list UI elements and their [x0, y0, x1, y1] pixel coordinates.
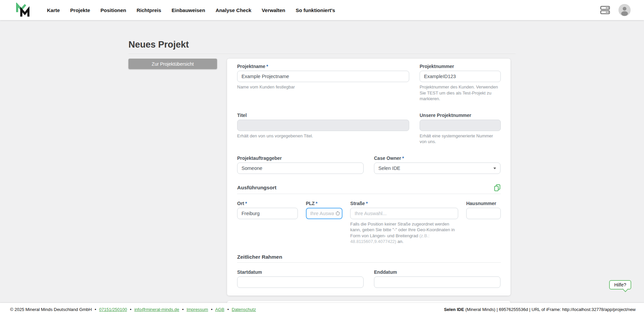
required-mark: * [402, 155, 404, 161]
new-project-form-card: Projektname* Name vom Kunden festlegbar … [227, 59, 511, 296]
strasse-label: Straße [350, 201, 365, 206]
footer-link-agb[interactable]: AGB [215, 307, 224, 312]
field-unsere-projektnummer: Unsere Projektnummer Erhält eine systemg… [420, 113, 501, 145]
enddatum-input[interactable] [374, 276, 500, 288]
footer-session-info: Selen IDE (Mineral Minds) | 69576255536d… [444, 307, 636, 312]
unsere-projektnummer-input [420, 120, 501, 131]
logo-icon [15, 3, 30, 17]
field-projektname: Projektname* Name vom Kunden festlegbar [237, 64, 409, 102]
server-icon[interactable] [600, 5, 610, 15]
nav-item-verwalten[interactable]: Verwalten [262, 7, 285, 13]
required-mark: * [245, 201, 247, 206]
section-title-zeitlicher-rahmen: Zeitlicher Rahmen [237, 254, 282, 260]
main-nav: Karte Projekte Positionen Richtpreis Ein… [47, 7, 335, 13]
hausnummer-label: Hausnummer [466, 201, 501, 206]
ort-label: Ort [237, 201, 244, 206]
footer: © 2025 Mineral Minds Deutschland GmbH • … [0, 303, 644, 316]
field-projektnummer: Projektnummer Projektnummer des Kunden. … [420, 64, 501, 102]
unsere-projektnummer-label: Unsere Projektnummer [420, 113, 501, 118]
footer-link-datenschutz[interactable]: Datenschutz [232, 307, 256, 312]
section-title-ausfuehrungsort: Ausführungsort [237, 185, 276, 191]
projektnummer-helper: Projektnummer des Kunden. Verwenden Sie … [420, 84, 501, 102]
required-mark: * [366, 201, 368, 206]
field-strasse: Straße* Falls die Position keiner Straße… [350, 201, 458, 245]
page-title: Neues Projekt [128, 40, 516, 50]
footer-link-phone[interactable]: 07151/250100 [99, 307, 127, 312]
case-owner-label: Case Owner [374, 155, 401, 161]
zur-projektuebersicht-button[interactable]: Zur Projektübersicht [128, 59, 217, 69]
strasse-input[interactable] [350, 208, 458, 219]
field-titel: Titel Erhält den von uns vorgegebenen Ti… [237, 113, 409, 145]
startdatum-label: Startdatum [237, 269, 364, 275]
titel-label: Titel [237, 113, 409, 118]
topbar: Karte Projekte Positionen Richtpreis Ein… [0, 0, 644, 20]
title-divider [128, 54, 516, 54]
hausnummer-input[interactable] [466, 208, 501, 219]
section-divider [237, 262, 501, 263]
session-user: Selen IDE [444, 307, 464, 312]
projektnummer-input[interactable] [420, 71, 501, 82]
field-projektauftraggeber: Projektauftraggeber [237, 155, 364, 174]
field-enddatum: Enddatum [374, 269, 500, 288]
required-mark: * [316, 201, 317, 206]
field-startdatum: Startdatum [237, 269, 364, 288]
nav-item-karte[interactable]: Karte [47, 7, 60, 13]
footer-left: © 2025 Mineral Minds Deutschland GmbH • … [10, 307, 256, 312]
strasse-helper: Falls die Position keiner Straße zugeord… [350, 221, 458, 245]
main-area: Neues Projekt Zur Projektübersicht Proje… [0, 20, 644, 303]
nav-item-richtpreis[interactable]: Richtpreis [137, 7, 161, 13]
startdatum-input[interactable] [237, 276, 364, 288]
required-mark: * [266, 64, 268, 69]
unsere-projektnummer-helper: Erhält eine systemgenerierte Nummer von … [420, 133, 501, 145]
titel-helper: Erhält den von uns vorgegebenen Titel. [237, 133, 409, 139]
footer-link-email[interactable]: info@mineral-minds.de [134, 307, 179, 312]
field-plz: PLZ* [306, 201, 342, 245]
plz-label: PLZ [306, 201, 315, 206]
session-details: (Mineral Minds) | 69576255536d | URL of … [464, 307, 636, 312]
projektauftraggeber-input[interactable] [237, 163, 364, 174]
enddatum-label: Enddatum [374, 269, 500, 275]
mineral-minds-logo[interactable] [15, 3, 30, 17]
case-owner-select[interactable] [374, 163, 500, 174]
ort-input[interactable] [237, 208, 298, 219]
nav-item-analyse-check[interactable]: Analyse Check [216, 7, 252, 13]
nav-item-einbauweisen[interactable]: Einbauweisen [172, 7, 205, 13]
nav-item-so-funktionierts[interactable]: So funktioniert's [296, 7, 335, 13]
titel-input [237, 120, 409, 131]
hilfe-button[interactable]: Hilfe? [609, 280, 631, 290]
nav-item-projekte[interactable]: Projekte [70, 7, 90, 13]
field-case-owner: Case Owner* [374, 155, 500, 174]
projektname-input[interactable] [237, 71, 409, 82]
footer-link-impressum[interactable]: Impressum [186, 307, 208, 312]
user-avatar[interactable] [619, 4, 631, 16]
nav-item-positionen[interactable]: Positionen [101, 7, 126, 13]
loading-spinner-icon [336, 211, 340, 215]
field-hausnummer: Hausnummer [466, 201, 501, 245]
copy-icon[interactable] [494, 184, 501, 191]
topbar-actions [600, 4, 631, 16]
copyright-text: © 2025 Mineral Minds Deutschland GmbH [10, 307, 92, 312]
projektauftraggeber-label: Projektauftraggeber [237, 155, 364, 161]
section-divider [237, 194, 501, 194]
projektname-label: Projektname [237, 64, 265, 69]
projektname-helper: Name vom Kunden festlegbar [237, 84, 409, 90]
field-ort: Ort* [237, 201, 298, 245]
projektnummer-label: Projektnummer [420, 64, 501, 69]
